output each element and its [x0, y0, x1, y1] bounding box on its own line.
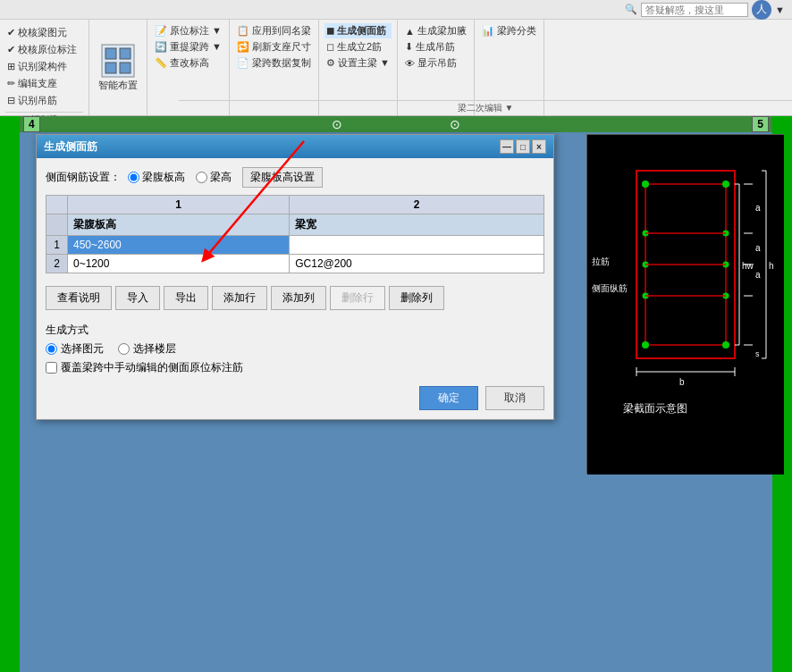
svg-text:a: a [755, 243, 761, 253]
gen-method-radio-floor-input[interactable] [118, 343, 130, 355]
set-main-beam-icon: ⚙ [326, 57, 335, 69]
table-subheader2: 梁宽 [290, 214, 544, 236]
canvas-green-bar: 4 ⊙ ⊙ 5 [20, 116, 772, 132]
del-col-btn[interactable]: 删除列 [389, 286, 444, 310]
cover-checkbox[interactable] [46, 362, 57, 374]
canvas-center-mark1: ⊙ [332, 117, 342, 131]
gen-side-bar-label: 生成侧面筋 [337, 24, 386, 38]
toolbar-btn-set-main-beam[interactable]: ⚙ 设置主梁 ▼ [324, 55, 392, 71]
gen-method-section: 生成方式 选择图元 选择楼层 覆盖梁跨中手动编辑的侧面原位标注筋 [46, 323, 544, 375]
table-row2-col1[interactable]: 0~1200 [68, 255, 290, 273]
gen-method-cover-check[interactable]: 覆盖梁跨中手动编辑的侧面原位标注筋 [46, 360, 544, 375]
radio-beam-height-input[interactable] [196, 172, 207, 183]
radio-beam-height[interactable]: 梁高 [196, 170, 232, 185]
table-row2-num: 2 [46, 255, 68, 273]
slab-height-settings-btn[interactable]: 梁腹板高设置 [242, 167, 323, 188]
gen-hanger-icon: ⬇ [405, 41, 413, 53]
add-row-btn[interactable]: 添加行 [212, 286, 267, 310]
dialog-bottom-btns: 查看说明 导入 导出 添加行 添加列 删除行 删除列 [46, 281, 544, 315]
check-annotation-icon: ✔ [7, 44, 15, 55]
cover-label: 覆盖梁跨中手动编辑的侧面原位标注筋 [61, 360, 243, 375]
identify-hanger-icon: ⊟ [7, 95, 15, 106]
gen-side-bar-icon: ◼ [326, 25, 334, 37]
toolbar-btn-copy-span[interactable]: 📄 梁跨数据复制 [235, 55, 313, 71]
toolbar-btn-position-mark[interactable]: 📝 原位标注 ▼ [153, 23, 223, 38]
section-label: 梁二次编辑 ▼ [458, 103, 514, 113]
toolbar-btn-identify-hanger[interactable]: ⊟ 识别吊筋 [5, 93, 83, 108]
radio-belly-height-input[interactable] [128, 172, 139, 183]
canvas-center-mark2: ⊙ [450, 117, 460, 131]
toolbar-btn-gen-stand-bar[interactable]: ◻ 生成立2筋 [324, 39, 392, 55]
toolbar-btn-classify-span[interactable]: 📊 梁跨分类 [480, 23, 538, 38]
dialog-restore-btn[interactable]: □ [516, 139, 530, 154]
search-input[interactable] [641, 3, 748, 17]
main-area: 4 ⊙ ⊙ 5 生成侧面筋 — □ × [0, 116, 792, 672]
refresh-support-icon: 🔁 [237, 41, 249, 53]
smart-layout-icon[interactable] [100, 43, 136, 79]
table-subheader1: 梁腹板高 [68, 214, 290, 236]
toolbar-btn-gen-haunch[interactable]: ▲ 生成梁加腋 [403, 23, 468, 38]
view-help-btn[interactable]: 查看说明 [46, 286, 112, 310]
apply-same-icon: 📋 [237, 25, 249, 37]
table-row1-col1[interactable]: 450~2600 [68, 236, 290, 255]
toolbar-btn-show-hanger[interactable]: 👁 显示吊筋 [403, 55, 468, 71]
toolbar-btn-gen-hanger[interactable]: ⬇ 生成吊筋 [403, 39, 468, 55]
dialog-gen-side-bar: 生成侧面筋 — □ × 侧面钢筋设置： 梁腹板高 梁高 [36, 134, 554, 420]
svg-text:梁截面示意图: 梁截面示意图 [623, 402, 687, 415]
gen-option2-label: 选择楼层 [133, 341, 176, 357]
toolbar-btn-check-annotation[interactable]: ✔ 校核原位标注 [5, 42, 83, 57]
user-menu-icon[interactable]: ▼ [775, 4, 785, 15]
user-avatar: 人 [752, 0, 771, 20]
svg-text:侧面纵筋: 侧面纵筋 [592, 283, 628, 293]
canvas-marker-left: 4 [23, 116, 40, 132]
del-row-btn[interactable]: 删除行 [330, 286, 385, 310]
edit-support-label: 编辑支座 [18, 77, 57, 90]
classify-span-label: 梁跨分类 [497, 24, 536, 38]
gen-stand-bar-label: 生成立2筋 [337, 40, 382, 54]
toolbar-btn-gen-side-bar[interactable]: ◼ 生成侧面筋 [324, 23, 392, 38]
table-col1-header: 1 [68, 196, 290, 214]
toolbar-btn-edit-support[interactable]: ✏ 编辑支座 [5, 76, 83, 91]
gen-haunch-icon: ▲ [405, 26, 415, 37]
import-btn[interactable]: 导入 [115, 286, 160, 310]
gen-method-options: 选择图元 选择楼层 [46, 341, 544, 357]
resubmit-span-icon: 🔄 [155, 41, 167, 53]
identify-component-icon: ⊞ [7, 61, 15, 72]
add-col-btn[interactable]: 添加列 [271, 286, 326, 310]
toolbar-btn-identify-component[interactable]: ⊞ 识别梁构件 [5, 59, 83, 74]
table-row1-col2[interactable] [290, 236, 544, 255]
gen-hanger-label: 生成吊筋 [416, 40, 455, 54]
gen-haunch-label: 生成梁加腋 [417, 24, 467, 38]
gen-method-radio-element[interactable]: 选择图元 [46, 341, 104, 357]
svg-rect-2 [120, 48, 131, 59]
toolbar-btn-apply-same[interactable]: 📋 应用到同名梁 [235, 23, 313, 38]
dialog-close-btn[interactable]: × [532, 139, 546, 154]
settings-label: 侧面钢筋设置： [46, 170, 121, 185]
gen-method-title: 生成方式 [46, 323, 544, 338]
set-main-beam-label: 设置主梁 ▼ [338, 56, 390, 70]
toolbar-btn-resubmit-span[interactable]: 🔄 重提梁跨 ▼ [153, 39, 223, 55]
dialog-minimize-btn[interactable]: — [500, 139, 514, 154]
table-corner [46, 196, 68, 214]
svg-point-12 [642, 341, 649, 349]
search-icon: 🔍 [625, 4, 637, 15]
gen-option1-label: 选择图元 [61, 341, 104, 357]
svg-text:hw: hw [742, 261, 754, 271]
toolbar-btn-check-beam[interactable]: ✔ 校核梁图元 [5, 25, 83, 40]
gen-method-radio-floor[interactable]: 选择楼层 [118, 341, 176, 357]
position-mark-icon: 📝 [155, 25, 167, 37]
toolbar-btn-refresh-support[interactable]: 🔁 刷新支座尺寸 [235, 39, 313, 55]
check-height-icon: 📏 [155, 57, 167, 69]
cancel-btn[interactable]: 取消 [485, 386, 544, 410]
dialog-title: 生成侧面筋 [44, 139, 97, 155]
table-row2-col2[interactable]: GC12@200 [290, 255, 544, 273]
ok-btn[interactable]: 确定 [419, 386, 478, 410]
export-btn[interactable]: 导出 [164, 286, 208, 310]
gen-method-radio-element-input[interactable] [46, 343, 57, 355]
resubmit-span-label: 重提梁跨 ▼ [170, 40, 222, 54]
svg-text:拉筋: 拉筋 [592, 256, 610, 266]
toolbar-btn-check-height[interactable]: 📏 查改标高 [153, 55, 223, 71]
toolbar: 🔍 人 ▼ ✔ 校核梁图元 ✔ 校核原位标注 ⊞ 识别梁构件 ✏ 编辑支座 [0, 0, 792, 116]
radio-belly-height[interactable]: 梁腹板高 [128, 170, 185, 185]
copy-span-label: 梁跨数据复制 [252, 56, 311, 70]
